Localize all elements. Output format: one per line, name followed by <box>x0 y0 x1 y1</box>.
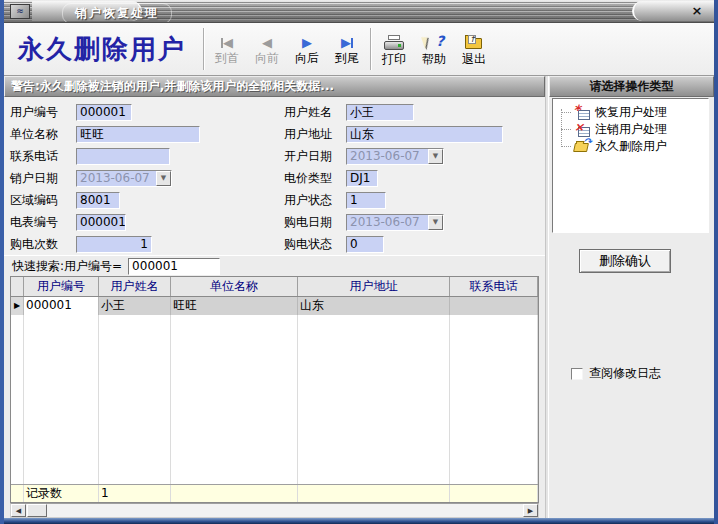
scrollbar-thumb[interactable] <box>27 504 47 517</box>
field-label: 销户日期 <box>10 170 72 187</box>
delete-user-folder-icon: ↷ <box>573 140 592 154</box>
checkbox-icon[interactable] <box>571 368 583 380</box>
nav-last-icon: ▶ <box>341 35 353 50</box>
open-date-combobox[interactable]: 2013-06-07 ▼ <box>346 148 444 165</box>
operation-panel: 请选择操作类型 * 恢复用户处理 × 注销用户处理 ↷ 永久删除用户 <box>549 76 714 519</box>
field-label: 用户姓名 <box>284 104 342 121</box>
chevron-down-icon[interactable]: ▼ <box>428 149 443 164</box>
restore-user-icon: * <box>573 106 592 120</box>
cell-user-id[interactable]: 000001 <box>24 297 99 315</box>
close-date-combobox[interactable]: 2013-06-07 ▼ <box>76 170 172 187</box>
field-label: 用户编号 <box>10 104 72 121</box>
cell-phone[interactable] <box>450 297 538 315</box>
nav-prev-button: ◀ 向前 <box>247 23 287 75</box>
table-footer-row: 记录数 1 <box>11 484 538 502</box>
main-area: 警告:永久删除被注销的用户,并删除该用户的全部相关数据... 用户编号00000… <box>4 76 545 519</box>
exit-button[interactable]: ↑ 退出 <box>454 23 494 75</box>
window-title: 销户恢复处理 <box>62 3 172 23</box>
view-log-checkbox-row[interactable]: 查阅修改日志 <box>571 365 661 382</box>
cell-user-name[interactable]: 小王 <box>99 297 171 315</box>
nav-last-button[interactable]: ▶ 到尾 <box>327 23 367 75</box>
panel-title: 请选择操作类型 <box>549 76 714 97</box>
user-address-field[interactable]: 山东 <box>346 126 503 143</box>
selector-header-cell <box>11 277 24 296</box>
purchase-count-field[interactable]: 1 <box>76 236 152 253</box>
cancel-user-icon: × <box>573 123 592 137</box>
field-label: 区域编码 <box>10 192 72 209</box>
print-button[interactable]: 打印 <box>374 23 414 75</box>
horizontal-scrollbar[interactable]: ◀ ▶ <box>10 503 539 518</box>
chevron-down-icon[interactable]: ▼ <box>428 215 443 230</box>
chevron-down-icon[interactable]: ▼ <box>156 171 171 186</box>
scroll-left-icon[interactable]: ◀ <box>11 504 26 517</box>
panel-body: * 恢复用户处理 × 注销用户处理 ↷ 永久删除用户 删除确认 查阅修改日志 <box>549 97 714 519</box>
purchase-status-field[interactable]: 0 <box>346 236 384 253</box>
column-header: 用户姓名 <box>99 277 171 296</box>
field-label: 用户地址 <box>284 126 342 143</box>
close-icon[interactable]: × <box>688 3 706 19</box>
scroll-right-icon[interactable]: ▶ <box>523 504 538 517</box>
user-name-field[interactable]: 小王 <box>346 104 414 121</box>
toolbar-separator <box>203 28 204 70</box>
field-label: 购电次数 <box>10 236 72 253</box>
column-header: 联系电话 <box>450 277 538 296</box>
user-detail-form: 用户编号000001 单位名称旺旺 联系电话 销户日期 2013-06-07 ▼… <box>4 97 545 255</box>
field-label: 联系电话 <box>10 148 72 165</box>
column-header: 用户编号 <box>24 277 99 296</box>
field-label: 开户日期 <box>284 148 342 165</box>
field-label: 电表编号 <box>10 214 72 231</box>
quick-search-bar: 快速搜索:用户编号= 000001 <box>4 255 545 276</box>
content-area: 警告:永久删除被注销的用户,并删除该用户的全部相关数据... 用户编号00000… <box>4 76 714 519</box>
nav-next-button[interactable]: ▶ 向后 <box>287 23 327 75</box>
page-title: 永久删除用户 <box>4 23 200 75</box>
search-label: 快速搜索:用户编号= <box>12 258 122 275</box>
search-input[interactable]: 000001 <box>128 258 220 275</box>
user-status-field[interactable]: 1 <box>346 192 386 209</box>
row-selector-icon: ▶ <box>11 297 24 315</box>
field-label: 购电状态 <box>284 236 342 253</box>
app-icon: ≈ <box>10 4 30 19</box>
price-type-field[interactable]: DJ1 <box>346 170 378 187</box>
table-row[interactable]: ▶ 000001 小王 旺旺 山东 <box>11 297 538 315</box>
field-label: 购电日期 <box>284 214 342 231</box>
checkbox-label: 查阅修改日志 <box>589 365 661 382</box>
delete-confirm-button[interactable]: 删除确认 <box>579 249 671 273</box>
field-label: 电价类型 <box>284 170 342 187</box>
user-table: 用户编号 用户姓名 单位名称 用户地址 联系电话 ▶ 000001 小王 旺旺 … <box>10 276 539 503</box>
nav-first-button: ◀ 到首 <box>207 23 247 75</box>
exit-folder-icon: ↑ <box>463 35 485 51</box>
app-window: ≈ 销户恢复处理 × 永久删除用户 ◀ 到首 ◀ 向前 ▶ 向后 ▶ 到尾 打印 <box>0 0 718 524</box>
tree-item-delete-user[interactable]: ↷ 永久删除用户 <box>559 138 708 155</box>
phone-field[interactable] <box>76 148 170 165</box>
help-cursor-icon: ? <box>423 35 445 51</box>
table-header-row: 用户编号 用户姓名 单位名称 用户地址 联系电话 <box>11 277 538 297</box>
toolbar-separator <box>370 28 371 70</box>
nav-first-icon: ◀ <box>221 35 233 50</box>
toolbar: 永久删除用户 ◀ 到首 ◀ 向前 ▶ 向后 ▶ 到尾 打印 ? <box>4 23 714 76</box>
scrollbar-track[interactable] <box>47 504 523 517</box>
window-bottom-border <box>0 518 718 524</box>
help-button[interactable]: ? 帮助 <box>414 23 454 75</box>
column-header: 用户地址 <box>298 277 450 296</box>
field-label: 单位名称 <box>10 126 72 143</box>
purchase-date-combobox[interactable]: 2013-06-07 ▼ <box>346 214 444 231</box>
tree-item-cancel-user[interactable]: × 注销用户处理 <box>559 121 708 138</box>
cell-user-address[interactable]: 山东 <box>298 297 450 315</box>
nav-prev-icon: ◀ <box>262 35 272 50</box>
column-header: 单位名称 <box>171 277 298 296</box>
form-left-column: 用户编号000001 单位名称旺旺 联系电话 销户日期 2013-06-07 ▼… <box>10 101 200 255</box>
tree-item-restore-user[interactable]: * 恢复用户处理 <box>559 104 708 121</box>
title-bar: ≈ 销户恢复处理 × <box>4 0 714 23</box>
meter-id-field[interactable]: 000001 <box>76 214 126 231</box>
operation-tree: * 恢复用户处理 × 注销用户处理 ↷ 永久删除用户 <box>552 98 709 233</box>
unit-name-field[interactable]: 旺旺 <box>76 126 200 143</box>
region-code-field[interactable]: 8001 <box>76 192 120 209</box>
record-count-value: 1 <box>99 485 171 502</box>
nav-next-icon: ▶ <box>302 35 312 50</box>
record-count-label: 记录数 <box>24 485 99 502</box>
form-right-column: 用户姓名小王 用户地址山东 开户日期 2013-06-07 ▼ 电价类型DJ1 … <box>284 101 503 255</box>
user-id-field[interactable]: 000001 <box>76 104 132 121</box>
cell-unit-name[interactable]: 旺旺 <box>171 297 298 315</box>
warning-bar: 警告:永久删除被注销的用户,并删除该用户的全部相关数据... <box>4 76 545 97</box>
printer-icon <box>383 35 405 51</box>
